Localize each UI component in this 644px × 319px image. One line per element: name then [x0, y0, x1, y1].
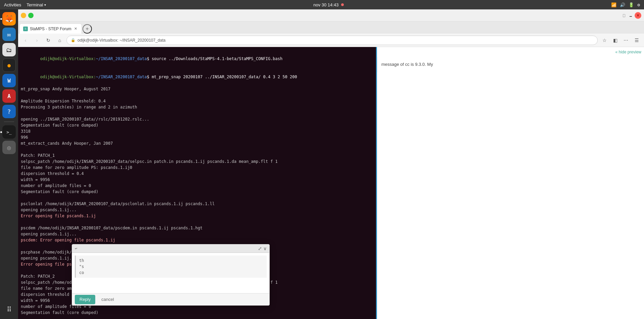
reply-quote: th "s co: [75, 256, 267, 278]
terminal-line-7: Segmentation fault (core dumped): [21, 122, 373, 128]
terminal-line-16: number of amplitude files = 0: [21, 183, 373, 189]
sidebar-btn[interactable]: ◧: [610, 36, 620, 45]
url-bar[interactable]: 🔒 odijk@odijk-Virtualbox: ~/INSAR_202001…: [66, 36, 598, 45]
reply-icon: ↩: [75, 246, 77, 251]
activities-label[interactable]: Activities: [4, 2, 21, 7]
terminal-line-10: mt_extract_cands Andy Hooper, Jan 2007: [21, 140, 373, 146]
reply-popup-header: ↩ ⤢ ∨: [72, 244, 269, 253]
terminal-blank-8: [21, 316, 373, 319]
terminal-line-4: Amplitude Dispersion Threshold: 0.4: [21, 98, 373, 104]
reply-submit-btn[interactable]: Reply: [75, 295, 95, 304]
dock: 🦊 ✉ 🗂 ● W A ? >_ ◎ ⠿: [0, 9, 18, 319]
window-close-btn[interactable]: ✕: [635, 12, 641, 19]
dock-icon-help[interactable]: ?: [2, 105, 16, 118]
hide-preview-link[interactable]: « hide preview: [615, 50, 641, 54]
tab-close-btn[interactable]: ✕: [73, 27, 78, 31]
datetime-label: nov 30 14:43: [313, 2, 338, 7]
notification-dot: [341, 3, 344, 6]
popup-collapse-btn[interactable]: ∨: [263, 246, 267, 251]
terminal-blank-4: [21, 195, 373, 201]
network-icon: 📶: [611, 2, 616, 7]
terminal-line-9: 996: [21, 134, 373, 140]
terminal-line-12: selpsc_patch /home/odijk/INSAR_20200107_…: [21, 158, 373, 165]
tab-favicon: S: [23, 27, 28, 31]
dock-icon-mail[interactable]: ✉: [2, 28, 16, 41]
terminal-line-22: opening pscands.1.ij...: [21, 231, 373, 237]
window-maximize-btn[interactable]: [28, 13, 34, 18]
window-minimize-btn[interactable]: [21, 13, 26, 18]
dock-icon-writer[interactable]: W: [2, 74, 16, 87]
preview-message-text: message of cc is 9.3.0. My: [381, 61, 484, 68]
bookmarks-btn[interactable]: ☆: [600, 36, 609, 45]
terminal-line-18: psclonlat /home/odijk/INSAR_20200107_dat…: [21, 201, 373, 207]
reply-toolbar: Reply cancel: [72, 293, 269, 305]
dock-icon-terminal[interactable]: >_: [2, 125, 16, 139]
terminal-line-6: opening ../INSAR_20200107_data//rslc/201…: [21, 116, 373, 122]
volume-icon: 🔊: [620, 2, 625, 7]
tab-bar: S StaMPS - STEP Forum ✕ +: [18, 21, 644, 34]
power-icon[interactable]: ⚙: [637, 2, 640, 7]
nav-bar: ‹ › ↻ ⌂ 🔒 odijk@odijk-Virtualbox: ~/INSA…: [18, 34, 644, 47]
dock-icon-appstore[interactable]: A: [2, 89, 16, 103]
terminal-blank-5: [21, 219, 373, 225]
terminal-blank-1: [21, 92, 373, 98]
url-text: odijk@odijk-Virtualbox: ~/INSAR_20200107…: [77, 38, 165, 43]
tab-label: StaMPS - STEP Forum: [30, 27, 71, 31]
window-ctrl-btn1[interactable]: ⎕: [621, 13, 627, 18]
terminal-line-23: pscdem: Error opening file pscands.1.ij: [21, 237, 373, 243]
top-bar-right: 📶 🔊 🔋 ⚙: [611, 2, 640, 7]
top-bar: Activities Terminal ▾ nov 30 14:43 📶 🔊 🔋…: [0, 0, 644, 9]
window-ctrl-btn2[interactable]: 🗕: [628, 13, 633, 18]
terminal-line-3: mt_prep_snap Andy Hooper, August 2017: [21, 86, 373, 92]
app-name-label[interactable]: Terminal ▾: [26, 2, 46, 7]
home-btn[interactable]: ⌂: [55, 36, 64, 45]
terminal-line-8: 3318: [21, 128, 373, 134]
reply-popup: ↩ ⤢ ∨ th "s co Reply cancel: [72, 244, 270, 306]
terminal-line-5: Processing 3 patch(es) in range and 2 in…: [21, 104, 373, 110]
browser-titlebar: ⎕ 🗕 ✕: [18, 9, 644, 21]
dock-separator: [4, 122, 14, 122]
back-btn[interactable]: ‹: [21, 36, 30, 45]
forward-btn[interactable]: ›: [32, 36, 42, 45]
forum-pane: « hide preview message of cc is 9.3.0. M…: [377, 47, 644, 319]
terminal-line-33: Segmentation fault (core dumped): [21, 310, 373, 316]
terminal-line-11: Patch: PATCH_1: [21, 152, 373, 158]
terminal-line-20: Error opening file pscands.1.ij: [21, 213, 373, 219]
battery-icon: 🔋: [629, 2, 634, 7]
top-bar-center: nov 30 14:43: [313, 2, 344, 7]
dock-icon-firefox[interactable]: 🦊: [2, 12, 16, 26]
overflow-btn[interactable]: ⋯: [621, 36, 631, 45]
terminal-blank-2: [21, 110, 373, 116]
reload-btn[interactable]: ↻: [44, 36, 53, 45]
forum-right-sidebar: message of cc is 9.3.0. My: [377, 57, 488, 72]
reply-popup-content[interactable]: th "s co: [72, 253, 269, 293]
popup-arrows: ⤢ ∨: [258, 246, 267, 251]
reply-cancel-btn[interactable]: cancel: [97, 295, 119, 304]
dock-icon-music[interactable]: ●: [2, 58, 16, 72]
dock-grid-apps[interactable]: ⠿: [2, 303, 16, 316]
terminal-line-15: width = 9956: [21, 177, 373, 183]
terminal-line-2: odijk@odijk-Virtualbox:~/INSAR_20200107_…: [21, 68, 373, 86]
terminal-blank-3: [21, 146, 373, 152]
dock-icon-disc[interactable]: ◎: [2, 141, 16, 154]
terminal-line-1: odijk@odijk-Virtualbox:~/INSAR_20200107_…: [21, 50, 373, 68]
new-tab-btn[interactable]: +: [83, 24, 92, 34]
top-bar-left: Activities Terminal ▾: [4, 2, 46, 7]
dock-icon-files[interactable]: 🗂: [2, 43, 16, 56]
terminal-line-21: pscdem /home/odijk/INSAR_20200107_data/p…: [21, 225, 373, 231]
preview-toggle-area: « hide preview: [377, 47, 644, 57]
menu-btn[interactable]: ☰: [632, 36, 641, 45]
terminal-line-14: dispersion threshold = 0.4: [21, 171, 373, 177]
terminal-line-17: Segmentation fault (core dumped): [21, 189, 373, 195]
terminal-line-13: file name for zero amplitude PS: pscands…: [21, 165, 373, 171]
browser-tab-stamps[interactable]: S StaMPS - STEP Forum ✕: [19, 24, 82, 34]
popup-expand-btn[interactable]: ⤢: [258, 246, 262, 251]
nav-right-btns: ☆ ◧ ⋯ ☰: [600, 36, 641, 45]
terminal-line-19: opening pscands.1.ij...: [21, 207, 373, 213]
